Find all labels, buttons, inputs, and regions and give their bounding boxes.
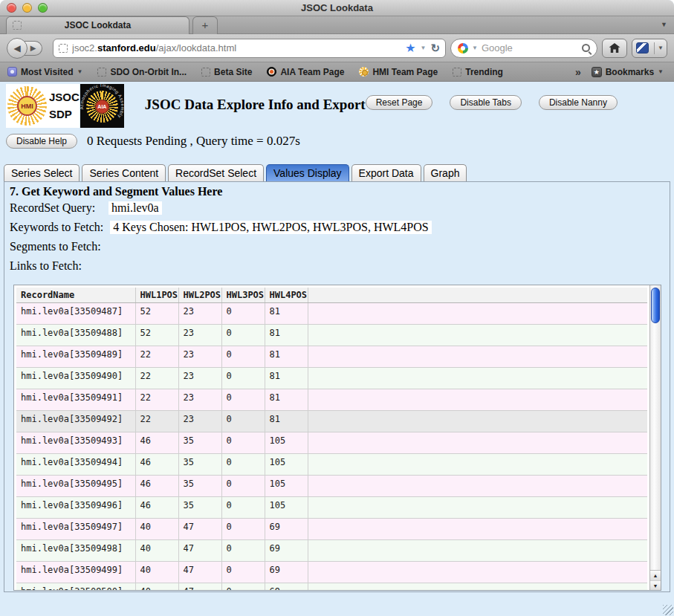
value-cell: 81 — [265, 411, 308, 432]
column-header[interactable]: HWL4POS — [265, 288, 308, 303]
table-row[interactable]: hmi.lev0a[33509490] 22 23 0 81 — [16, 368, 647, 389]
table-row[interactable]: hmi.lev0a[33509494] 46 35 0 105 — [16, 454, 647, 476]
bookmark-item[interactable]: SDO On-Orbit In... — [97, 67, 187, 77]
window-resize-grip[interactable] — [663, 605, 673, 615]
reset-page-button[interactable]: Reset Page — [366, 95, 433, 110]
chevron-down-icon: ▼ — [77, 68, 82, 75]
table-row[interactable]: hmi.lev0a[33509487] 52 23 0 81 — [16, 303, 647, 325]
value-cell: 81 — [265, 303, 308, 325]
bookmarks-menu-button[interactable]: ★ Bookmarks ▼ — [592, 67, 667, 77]
value-cell: 0 — [221, 540, 265, 562]
query-field-row: Keywords to Fetch: 4 Keys Chosen: HWL1PO… — [10, 218, 670, 237]
tab-recordset-select[interactable]: RecordSet Select — [168, 164, 264, 181]
record-name-cell: hmi.lev0a[33509493] — [16, 432, 135, 454]
bookmark-star-icon[interactable]: ★ — [405, 42, 415, 54]
browser-tab-jsoc-lookdata[interactable]: JSOC Lookdata — [6, 16, 189, 34]
value-cell: 47 — [178, 540, 221, 562]
back-button[interactable]: ◀ — [7, 38, 27, 59]
value-cell: 23 — [178, 325, 221, 346]
window-minimize-button[interactable] — [22, 3, 32, 13]
value-cell: 0 — [221, 562, 265, 583]
table-header-row: RecordNameHWL1POSHWL2POSHWL3POSHWL4POS — [16, 288, 647, 303]
record-name-cell: hmi.lev0a[33509489] — [16, 346, 135, 368]
value-cell: 35 — [178, 476, 221, 497]
filler-cell — [308, 454, 647, 476]
url-dropdown-caret-icon[interactable]: ▼ — [421, 45, 427, 51]
disable-tabs-button[interactable]: Disable Tabs — [450, 95, 521, 110]
table-row[interactable]: hmi.lev0a[33509489] 22 23 0 81 — [16, 346, 647, 368]
column-header[interactable]: RecordName — [16, 288, 135, 303]
value-cell: 52 — [135, 303, 178, 325]
filler-cell — [308, 540, 647, 562]
table-row[interactable]: hmi.lev0a[33509498] 40 47 0 69 — [16, 540, 647, 562]
value-cell: 47 — [178, 519, 221, 540]
tab-series-content[interactable]: Series Content — [82, 164, 166, 181]
chevron-down-icon: ▼ — [658, 68, 664, 75]
disable-help-button[interactable]: Disable Help — [6, 134, 77, 149]
scroll-up-button[interactable]: ▲ — [650, 571, 661, 580]
tab-graph[interactable]: Graph — [424, 164, 467, 181]
record-name-cell: hmi.lev0a[33509495] — [16, 476, 135, 497]
scroll-down-button[interactable]: ▼ — [650, 580, 661, 590]
value-cell: 105 — [265, 454, 308, 476]
tab-export-data[interactable]: Export Data — [351, 164, 421, 181]
search-icon[interactable] — [582, 44, 590, 52]
value-cell: 40 — [135, 583, 178, 591]
search-engine-caret-icon[interactable]: ▼ — [472, 45, 478, 51]
record-name-cell: hmi.lev0a[33509487] — [16, 303, 135, 325]
table-row[interactable]: hmi.lev0a[33509492] 22 23 0 81 — [16, 411, 647, 432]
column-header[interactable]: HWL1POS — [135, 288, 178, 303]
bookmark-item[interactable]: Most Visited ▼ — [7, 67, 82, 77]
page-tabs: Series SelectSeries ContentRecordSet Sel… — [0, 164, 674, 181]
bookmarks-overflow-chevron[interactable]: » — [575, 66, 592, 78]
table-scrollbar[interactable]: ▲ ▼ — [649, 285, 661, 590]
url-subdomain: jsoc2. — [72, 42, 97, 54]
query-field-row: Segments to Fetch: — [10, 237, 670, 256]
reload-icon[interactable]: ↻ — [430, 42, 440, 55]
table-row[interactable]: hmi.lev0a[33509497] 40 47 0 69 — [16, 519, 647, 540]
bookmark-item[interactable]: HMI Team Page — [359, 67, 438, 77]
list-all-tabs-button[interactable]: ▼ — [661, 21, 667, 28]
bookmark-favicon-icon — [201, 68, 210, 77]
search-input[interactable]: Google — [482, 42, 513, 54]
table-row[interactable]: hmi.lev0a[33509496] 46 35 0 105 — [16, 497, 647, 519]
scrollbar-thumb[interactable] — [651, 288, 660, 323]
filler-cell — [308, 346, 647, 368]
table-row[interactable]: hmi.lev0a[33509499] 40 47 0 69 — [16, 562, 647, 583]
table-row[interactable]: hmi.lev0a[33509491] 22 23 0 81 — [16, 389, 647, 411]
bookmark-item[interactable]: AIA Team Page — [267, 67, 344, 77]
url-text[interactable]: jsoc2.stanford.edu/ajax/lookdata.html — [72, 42, 236, 54]
home-button[interactable] — [602, 39, 627, 58]
sdp-label: SDP — [49, 106, 80, 123]
url-bar[interactable]: jsoc2.stanford.edu/ajax/lookdata.html ★ … — [53, 39, 446, 58]
google-logo-icon — [458, 43, 468, 54]
bookmarks-menu-star-icon: ★ — [592, 67, 602, 77]
aia-logo: Atmospheric Imaging Assembly AIA — [80, 84, 124, 128]
values-table: RecordNameHWL1POSHWL2POSHWL3POSHWL4POS h… — [16, 288, 647, 591]
column-header[interactable]: HWL3POS — [221, 288, 265, 303]
table-row[interactable]: hmi.lev0a[33509495] 46 35 0 105 — [16, 476, 647, 497]
table-row[interactable]: hmi.lev0a[33509500] 40 47 0 69 — [16, 583, 647, 591]
window-title: JSOC Lookdata — [0, 0, 674, 16]
aia-logo-label: AIA — [95, 100, 109, 114]
new-tab-button[interactable]: + — [192, 16, 218, 34]
bookmark-item[interactable]: Trending — [453, 67, 503, 77]
table-row[interactable]: hmi.lev0a[33509488] 52 23 0 81 — [16, 325, 647, 346]
bookmark-item[interactable]: Beta Site — [201, 67, 252, 77]
extension-button[interactable]: ▼ — [632, 39, 667, 58]
window-titlebar[interactable]: JSOC Lookdata — [0, 0, 674, 16]
record-name-cell: hmi.lev0a[33509500] — [16, 583, 135, 591]
tab-values-display[interactable]: Values Display — [266, 164, 349, 181]
search-bar[interactable]: ▼ Google — [450, 39, 597, 58]
window-zoom-button[interactable] — [38, 3, 48, 13]
table-row[interactable]: hmi.lev0a[33509493] 46 35 0 105 — [16, 432, 647, 454]
value-cell: 0 — [221, 454, 265, 476]
extension-caret-icon[interactable]: ▼ — [654, 42, 664, 54]
column-header[interactable]: HWL2POS — [178, 288, 221, 303]
value-cell: 0 — [221, 303, 265, 325]
tab-series-select[interactable]: Series Select — [4, 164, 80, 181]
field-value: 4 Keys Chosen: HWL1POS, HWL2POS, HWL3POS… — [110, 221, 431, 234]
window-close-button[interactable] — [7, 3, 16, 13]
disable-nanny-button[interactable]: Disable Nanny — [539, 95, 618, 110]
value-cell: 69 — [265, 583, 308, 591]
